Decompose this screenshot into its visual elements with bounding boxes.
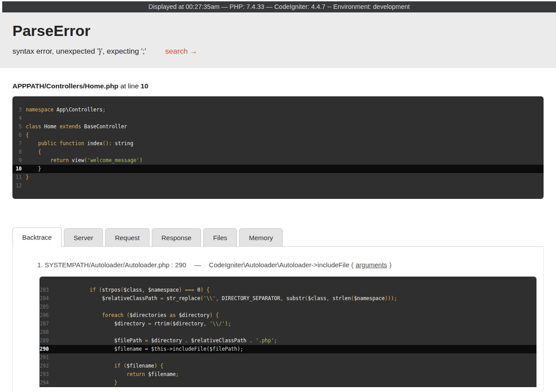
line-number: 293	[39, 370, 53, 379]
code-line-292: 292 if ($filename) {	[39, 362, 536, 370]
error-details: APPPATH/Controllers/Home.php at line 10 …	[0, 82, 556, 392]
code-text: }	[26, 174, 29, 180]
code-text: public function index(): string	[26, 140, 133, 147]
code-line-283: 283 if (strpos($class, $namespace) === 0…	[39, 286, 536, 294]
trace-code-block: 283 if (strpos($class, $namespace) === 0…	[39, 277, 536, 387]
code-line-294: 294 }	[39, 379, 536, 387]
error-message: syntax error, unexpected '}', expecting …	[12, 47, 146, 56]
error-message-row: syntax error, unexpected '}', expecting …	[12, 47, 544, 56]
code-line-5: 5class Home extends BaseController	[12, 123, 544, 131]
code-line-290: 290 $filename = $this->includeFile($file…	[39, 345, 536, 353]
line-number: 291	[39, 353, 53, 362]
line-number: 286	[39, 311, 53, 320]
line-number: 7	[12, 139, 26, 148]
search-link[interactable]: search →	[165, 47, 197, 56]
backtrace-close-paren: )	[389, 261, 391, 269]
source-file: APPPATH/Controllers/Home.php	[12, 82, 118, 90]
code-text: if ($filename) {	[53, 363, 163, 369]
line-number: 9	[12, 156, 26, 165]
code-line-4: 4	[12, 114, 544, 123]
line-number: 284	[39, 294, 53, 303]
code-line-8: 8 {	[12, 148, 544, 156]
line-number: 289	[39, 337, 53, 345]
backtrace-panel: 1. SYSTEMPATH/Autoloader/Autoloader.php …	[12, 246, 544, 392]
code-line-11: 11}	[12, 173, 544, 182]
code-text: if (strpos($class, $namespace) === 0) {	[53, 287, 209, 293]
code-line-6: 6{	[12, 131, 544, 139]
line-number: 4	[12, 114, 26, 123]
line-number: 11	[12, 173, 26, 182]
line-number: 292	[39, 362, 53, 370]
code-line-284: 284 $relativeClassPath = str_replace('\\…	[39, 294, 536, 303]
code-text: {	[26, 132, 29, 138]
tab-response[interactable]: Response	[152, 228, 201, 246]
code-text: }	[26, 166, 41, 172]
tab-server[interactable]: Server	[64, 228, 103, 246]
tab-backtrace[interactable]: Backtrace	[12, 227, 62, 247]
code-text: return $filename;	[53, 371, 179, 377]
line-number: 285	[39, 303, 53, 311]
arguments-link[interactable]: arguments	[355, 261, 387, 269]
code-text: $directory = rtrim($directory, '\\/');	[53, 321, 231, 327]
source-line-number: 10	[141, 82, 148, 90]
tab-request[interactable]: Request	[105, 228, 150, 246]
code-line-7: 7 public function index(): string	[12, 139, 544, 148]
code-text: class Home extends BaseController	[26, 123, 127, 130]
at-line-label: at line	[118, 82, 141, 90]
line-number: 3	[12, 106, 26, 114]
code-line-9: 9 return view('welcome_message')	[12, 156, 544, 165]
line-number: 283	[39, 286, 53, 294]
line-number: 12	[12, 182, 26, 190]
error-title: ParseError	[12, 22, 544, 40]
backtrace-index: 1.	[37, 261, 43, 269]
line-number: 5	[12, 123, 26, 131]
error-header: ParseError syntax error, unexpected '}',…	[0, 12, 556, 68]
backtrace-item: 1. SYSTEMPATH/Autoloader/Autoloader.php …	[37, 261, 536, 269]
source-location: APPPATH/Controllers/Home.php at line 10	[12, 82, 544, 90]
environment-bar-text: Displayed at 00:27:35am — PHP: 7.4.33 — …	[148, 3, 410, 10]
code-line-289: 289 $filePath = $directory . $relativeCl…	[39, 337, 536, 345]
backtrace-dash: —	[194, 261, 201, 269]
code-text: }	[53, 380, 117, 386]
code-text: foreach ($directories as $directory) {	[53, 312, 219, 318]
line-number: 290	[39, 345, 53, 353]
backtrace-function: CodeIgniter\Autoloader\Autoloader->inclu…	[209, 261, 354, 269]
code-line-293: 293 return $filename;	[39, 370, 536, 379]
line-number: 287	[39, 320, 53, 328]
code-line-285: 285	[39, 303, 536, 311]
tabs: BacktraceServerRequestResponseFilesMemor…	[12, 227, 544, 246]
tab-files[interactable]: Files	[203, 228, 237, 246]
code-line-12: 12	[12, 182, 544, 190]
line-number: 8	[12, 148, 26, 156]
code-line-10: 10 }	[12, 165, 544, 173]
code-line-288: 288	[39, 328, 536, 337]
line-number: 10	[12, 165, 26, 173]
line-number: 294	[39, 379, 53, 387]
code-text: return view('welcome_message')	[26, 157, 142, 163]
code-text: namespace App\Controllers;	[26, 107, 106, 113]
code-line-3: 3namespace App\Controllers;	[12, 106, 544, 114]
code-text: $relativeClassPath = str_replace('\\', D…	[53, 295, 397, 301]
code-text: {	[26, 149, 41, 155]
backtrace-file: SYSTEMPATH/Autoloader/Autoloader.php : 2…	[45, 261, 186, 269]
code-line-286: 286 foreach ($directories as $directory)…	[39, 311, 536, 320]
environment-bar: Displayed at 00:27:35am — PHP: 7.4.33 — …	[2, 1, 556, 12]
tab-memory[interactable]: Memory	[239, 228, 283, 246]
code-text: $filePath = $directory . $relativeClassP…	[53, 337, 277, 344]
line-number: 288	[39, 328, 53, 337]
code-line-287: 287 $directory = rtrim($directory, '\\/'…	[39, 320, 536, 328]
code-text: $filename = $this->includeFile($filePath…	[53, 346, 243, 352]
source-code-block: 3namespace App\Controllers;45class Home …	[12, 96, 544, 199]
line-number: 6	[12, 131, 26, 139]
code-line-291: 291	[39, 353, 536, 362]
